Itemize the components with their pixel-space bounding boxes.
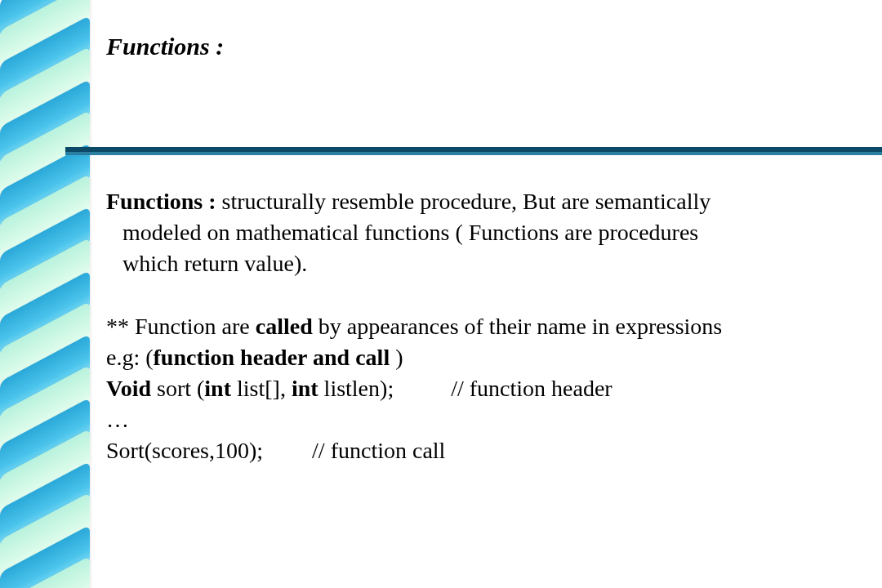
- p2l2c: ): [390, 345, 403, 370]
- p2l3f: listlen);: [318, 376, 394, 401]
- para1-line1: structurally resemble procedure, But are…: [216, 189, 711, 214]
- para1-line2: modeled on mathematical functions ( Func…: [106, 217, 866, 248]
- para1-lead: Functions :: [106, 189, 216, 214]
- p2l2b: function header and call: [154, 345, 390, 370]
- para1-line3: which return value).: [106, 248, 866, 279]
- slide-body: Functions : structurally resemble proced…: [106, 186, 866, 477]
- p2l3comment: // function header: [451, 376, 612, 401]
- p2l3e: int: [292, 376, 318, 401]
- p2l4: …: [106, 407, 129, 432]
- p2l1c: by appearances of their name in expressi…: [313, 314, 722, 339]
- p2l3c: int: [204, 376, 231, 401]
- p2l3b: sort (: [151, 376, 204, 401]
- p2l2a: e.g: (: [106, 345, 154, 370]
- slide: Functions : Functions : structurally res…: [0, 0, 882, 588]
- paragraph-2: ** Function are called by appearances of…: [106, 311, 866, 466]
- decorative-spiral: [16, 0, 90, 588]
- p2l3d: list[],: [231, 376, 292, 401]
- paragraph-1: Functions : structurally resemble proced…: [106, 186, 866, 278]
- p2l3a: Void: [106, 376, 151, 401]
- p2l1b: called: [256, 314, 313, 339]
- slide-title: Functions :: [106, 33, 224, 60]
- p2l1a: ** Function are: [106, 314, 256, 339]
- p2l5a: Sort(scores,100);: [106, 438, 263, 463]
- p2l5comment: // function call: [312, 438, 445, 463]
- divider-bar: [65, 147, 882, 155]
